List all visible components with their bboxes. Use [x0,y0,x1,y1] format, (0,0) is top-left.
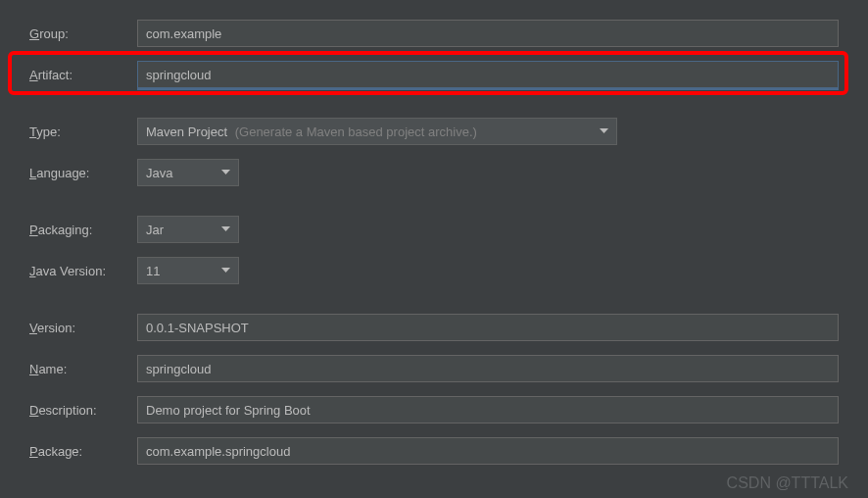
description-input[interactable] [137,396,839,423]
java-version-select[interactable]: 11 [137,257,239,284]
name-label: Name: [29,362,137,376]
watermark-text: CSDN @TTTALK [727,474,848,492]
name-input[interactable] [137,355,839,382]
package-label: Package: [29,444,137,459]
chevron-down-icon [221,170,230,175]
chevron-down-icon [221,268,230,274]
language-row: Language: Java [29,159,839,186]
group-input[interactable] [137,20,839,47]
version-label: Version: [29,321,137,335]
language-select[interactable]: Java [137,159,239,186]
name-row: Name: [29,355,839,382]
package-row: Package: [29,437,839,465]
description-label: Description: [29,403,137,418]
type-label: Type: [29,124,137,139]
version-input[interactable] [137,314,839,341]
type-select[interactable]: Maven Project (Generate a Maven based pr… [137,118,617,145]
group-label: Group: [29,26,137,41]
type-row: Type: Maven Project (Generate a Maven ba… [29,118,839,145]
packaging-label: Packaging: [29,223,137,237]
version-row: Version: [29,314,839,341]
group-row: Group: [29,20,839,47]
packaging-row: Packaging: Jar [29,216,839,243]
chevron-down-icon [221,226,230,232]
packaging-select[interactable]: Jar [137,216,239,243]
description-row: Description: [29,396,839,423]
chevron-down-icon [600,128,608,134]
java-version-label: Java Version: [29,264,137,278]
artifact-row: Artifact: [29,61,839,88]
language-label: Language: [29,166,137,180]
package-input[interactable] [137,437,839,465]
artifact-label: Artifact: [29,68,137,82]
java-version-row: Java Version: 11 [29,257,839,284]
artifact-input[interactable] [137,61,839,88]
